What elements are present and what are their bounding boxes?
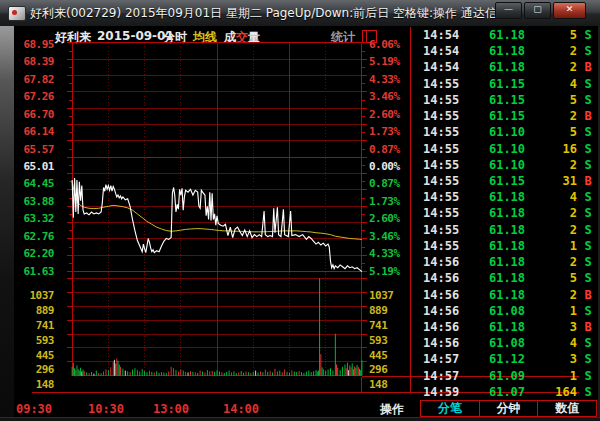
trade-qty: 4 xyxy=(570,77,577,91)
trade-row[interactable]: 14:5561.181S xyxy=(419,238,598,254)
volume-bar xyxy=(359,369,360,376)
window-frame-bottom xyxy=(0,417,600,421)
title-bar[interactable]: 好利来(002729) 2015年09月01日 星期二 PageUp/Down:… xyxy=(0,0,600,27)
trade-price: 61.10 xyxy=(483,125,531,139)
volume-bar xyxy=(113,362,114,376)
trade-row[interactable]: 14:5761.091S xyxy=(419,368,598,384)
trade-row[interactable]: 14:5661.182S xyxy=(419,254,598,270)
volume-bar xyxy=(346,368,347,376)
volume-bar xyxy=(243,373,244,376)
trade-flag: S xyxy=(581,369,595,383)
volume-bar xyxy=(180,369,181,376)
volume-bar xyxy=(74,368,75,376)
trade-row[interactable]: 14:5561.152B xyxy=(419,108,598,124)
trade-row[interactable]: 14:5561.1531B xyxy=(419,173,598,189)
trade-row[interactable]: 14:5661.183B xyxy=(419,319,598,335)
trade-price: 61.18 xyxy=(483,271,531,285)
trade-row[interactable]: 14:5661.182B xyxy=(419,287,598,303)
volume-bar xyxy=(337,368,338,376)
trade-row[interactable]: 14:5661.185S xyxy=(419,270,598,286)
volume-bar xyxy=(176,370,177,376)
trade-row[interactable]: 14:5561.105S xyxy=(419,124,598,140)
volume-bar xyxy=(229,371,230,376)
volume-bar xyxy=(110,367,111,375)
volume-bar xyxy=(348,370,349,376)
trade-row[interactable]: 14:5561.155S xyxy=(419,92,598,108)
trade-row[interactable]: 14:5561.154S xyxy=(419,76,598,92)
volume-bar xyxy=(84,371,85,376)
trade-qty: 3 xyxy=(570,320,577,334)
trade-time: 14:54 xyxy=(423,28,459,42)
trade-price: 61.18 xyxy=(483,28,531,42)
trade-qty: 16 xyxy=(563,142,577,156)
volume-bar xyxy=(318,371,319,376)
trade-qty: 4 xyxy=(570,336,577,350)
trade-row[interactable]: 14:5561.182S xyxy=(419,222,598,238)
percent-axis-right-label: 4.33% xyxy=(369,247,415,260)
volume-bar xyxy=(120,367,121,376)
trade-row[interactable]: 14:5561.184S xyxy=(419,189,598,205)
action-button[interactable]: 操作 xyxy=(367,401,417,417)
tab-active-分笔[interactable]: 分笔 xyxy=(421,401,480,416)
tab-数值[interactable]: 数值 xyxy=(538,401,596,416)
volume-bar xyxy=(340,370,341,376)
trade-flag: S xyxy=(581,93,595,107)
percent-axis-right-label: 2.60% xyxy=(369,212,415,225)
trade-row[interactable]: 14:5761.123S xyxy=(419,351,598,367)
volume-bar xyxy=(236,373,237,376)
trade-time: 14:57 xyxy=(423,369,459,383)
trade-row[interactable]: 14:5461.185S xyxy=(419,27,598,43)
volume-bar xyxy=(258,372,259,375)
trade-qty: 1 xyxy=(570,304,577,318)
trade-qty: 2 xyxy=(570,206,577,220)
price-axis-left-label: 68.95 xyxy=(14,38,54,51)
volume-bar xyxy=(142,369,143,376)
volume-bar xyxy=(139,372,140,376)
trade-qty: 2 xyxy=(570,109,577,123)
volume-bar xyxy=(214,372,215,376)
trade-row[interactable]: 14:5461.182S xyxy=(419,43,598,59)
trade-row[interactable]: 14:5561.1016S xyxy=(419,141,598,157)
trade-time: 14:54 xyxy=(423,60,459,74)
volume-bar xyxy=(317,372,318,376)
trade-row[interactable]: 14:5961.07164S xyxy=(419,384,598,400)
trade-row[interactable]: 14:5561.102S xyxy=(419,157,598,173)
trade-price: 61.15 xyxy=(483,174,531,188)
minimize-button[interactable]: — xyxy=(495,2,522,19)
volume-bar xyxy=(156,371,157,376)
volume-bar xyxy=(287,372,288,376)
trade-row[interactable]: 14:5561.182S xyxy=(419,205,598,221)
volume-bar xyxy=(134,368,135,376)
trade-qty: 2 xyxy=(570,158,577,172)
volume-bar xyxy=(192,372,193,376)
trade-time: 14:55 xyxy=(423,125,459,139)
trade-time: 14:56 xyxy=(423,288,459,302)
volume-bar xyxy=(101,373,102,375)
volume-bar xyxy=(89,373,90,376)
volume-bar xyxy=(122,369,123,376)
close-button[interactable]: ✕ xyxy=(553,2,586,19)
trade-price: 61.18 xyxy=(483,288,531,302)
volume-bar xyxy=(241,371,242,376)
trade-flag: B xyxy=(581,288,595,302)
trade-row[interactable]: 14:5461.182B xyxy=(419,59,598,75)
volume-bar xyxy=(360,370,361,376)
trade-time: 14:55 xyxy=(423,158,459,172)
volume-bar xyxy=(353,369,354,376)
volume-axis-left-label: 296 xyxy=(14,363,54,376)
trade-row[interactable]: 14:5661.084S xyxy=(419,335,598,351)
price-axis-left-label: 67.82 xyxy=(14,73,54,86)
volume-bar xyxy=(330,368,331,376)
volume-bar xyxy=(284,369,285,375)
maximize-button[interactable]: ▢ xyxy=(524,2,551,19)
trade-row[interactable]: 14:5661.081S xyxy=(419,303,598,319)
volume-bar xyxy=(279,371,280,376)
volume-bar xyxy=(336,364,337,375)
volume-bar xyxy=(233,371,234,376)
volume-bar xyxy=(118,361,119,376)
tab-分钟[interactable]: 分钟 xyxy=(480,401,539,416)
price-axis-left-label: 65.01 xyxy=(14,160,54,173)
volume-bar xyxy=(224,373,225,376)
trade-flag: S xyxy=(581,77,595,91)
volume-bar xyxy=(108,370,109,376)
